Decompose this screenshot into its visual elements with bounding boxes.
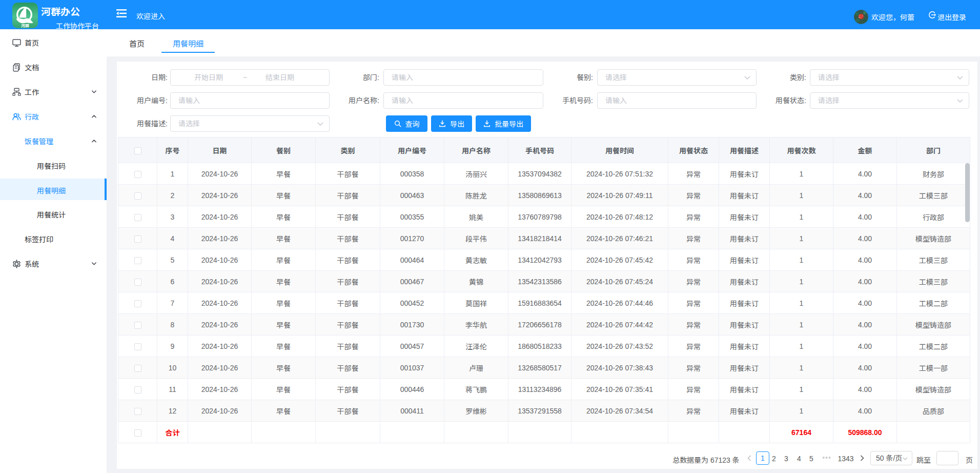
svg-text:河群: 河群: [21, 23, 29, 28]
